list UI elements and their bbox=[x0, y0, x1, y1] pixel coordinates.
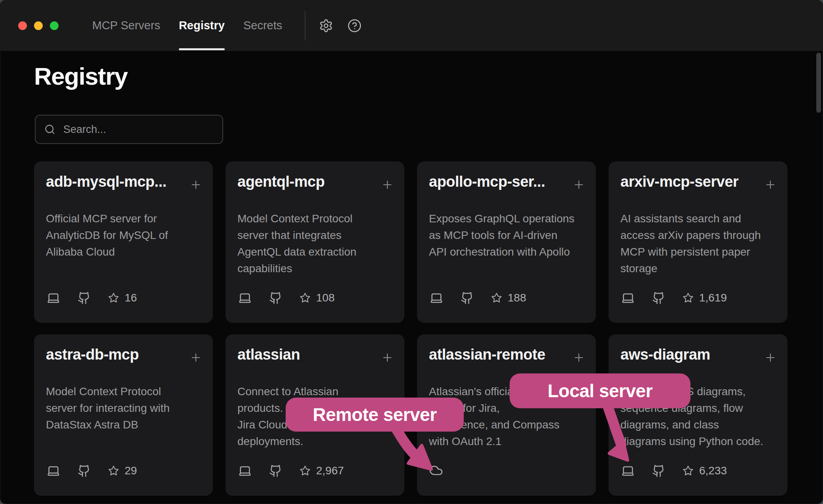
stars-count: 188 bbox=[508, 292, 526, 304]
card-footer: 1,619 bbox=[620, 291, 776, 305]
cloud-icon bbox=[429, 463, 443, 477]
stars-badge: 29 bbox=[108, 464, 137, 477]
stars-count: 1,619 bbox=[699, 292, 727, 304]
remote-server-callout: Remote server bbox=[286, 398, 464, 432]
card-footer: 108 bbox=[237, 291, 393, 305]
server-name: atlassian-remote bbox=[429, 345, 575, 364]
minimize-window-button[interactable] bbox=[34, 21, 43, 30]
laptop-icon bbox=[237, 291, 252, 305]
card-astra-db-mcp[interactable]: astra-db-mcp Model Context Protocol serv… bbox=[34, 334, 213, 496]
stars-count: 2,967 bbox=[316, 464, 344, 477]
card-footer: 29 bbox=[46, 464, 201, 477]
github-icon[interactable] bbox=[78, 292, 91, 305]
remote-server-callout-label: Remote server bbox=[313, 404, 436, 425]
github-icon[interactable] bbox=[269, 292, 282, 305]
local-server-callout: Local server bbox=[510, 373, 690, 408]
card-adb-mysql-mcp[interactable]: adb-mysql-mcp... Official MCP server for… bbox=[34, 161, 213, 323]
add-server-button[interactable] bbox=[764, 178, 777, 191]
card-footer: 188 bbox=[429, 291, 584, 305]
plus-icon bbox=[381, 351, 394, 364]
plus-icon bbox=[764, 351, 777, 364]
star-icon bbox=[683, 292, 694, 303]
github-icon[interactable] bbox=[269, 464, 282, 477]
add-server-button[interactable] bbox=[381, 178, 394, 191]
stars-badge: 1,619 bbox=[683, 292, 727, 304]
add-server-button[interactable] bbox=[572, 178, 586, 191]
server-description: Exposes GraphQL operations as MCP tools … bbox=[429, 210, 584, 260]
plus-icon bbox=[764, 178, 777, 191]
tab-registry[interactable]: Registry bbox=[179, 0, 225, 51]
add-server-button[interactable] bbox=[189, 178, 203, 191]
laptop-icon bbox=[620, 291, 635, 305]
card-footer: 6,233 bbox=[620, 464, 776, 477]
search-box[interactable] bbox=[35, 115, 223, 144]
laptop-icon bbox=[429, 291, 444, 305]
laptop-icon bbox=[46, 291, 61, 305]
add-server-button[interactable] bbox=[189, 351, 203, 364]
registry-grid: adb-mysql-mcp... Official MCP server for… bbox=[34, 161, 787, 496]
plus-icon bbox=[190, 178, 202, 191]
server-name: aws-diagram bbox=[620, 345, 767, 364]
github-icon[interactable] bbox=[78, 464, 91, 477]
search-input[interactable] bbox=[63, 123, 214, 136]
laptop-icon bbox=[620, 464, 635, 477]
server-name: astra-db-mcp bbox=[46, 345, 192, 364]
server-description: Model Context Protocol server that integ… bbox=[237, 210, 393, 277]
server-description: AI assistants search and access arXiv pa… bbox=[620, 210, 776, 277]
laptop-icon bbox=[46, 464, 61, 477]
server-name: atlassian bbox=[237, 345, 384, 364]
stars-count: 29 bbox=[125, 464, 137, 477]
stars-badge: 16 bbox=[108, 292, 137, 304]
card-agentql-mcp[interactable]: agentql-mcp Model Context Protocol serve… bbox=[226, 161, 404, 323]
server-name: apollo-mcp-ser... bbox=[429, 172, 575, 191]
stars-count: 108 bbox=[316, 292, 335, 304]
star-icon bbox=[491, 292, 502, 303]
local-server-callout-label: Local server bbox=[548, 380, 652, 402]
card-apollo-mcp-server[interactable]: apollo-mcp-ser... Exposes GraphQL operat… bbox=[417, 161, 596, 323]
star-icon bbox=[108, 465, 119, 476]
server-name: arxiv-mcp-server bbox=[620, 172, 767, 191]
vertical-scrollbar-thumb[interactable] bbox=[816, 53, 821, 113]
card-footer: 16 bbox=[46, 291, 201, 305]
tab-mcp-servers[interactable]: MCP Servers bbox=[92, 0, 160, 51]
help-button[interactable] bbox=[347, 18, 362, 34]
add-server-button[interactable] bbox=[572, 351, 586, 364]
plus-icon bbox=[573, 351, 585, 364]
star-icon bbox=[108, 292, 119, 303]
settings-button[interactable] bbox=[318, 18, 334, 34]
card-footer bbox=[429, 463, 584, 477]
zoom-window-button[interactable] bbox=[50, 21, 59, 30]
page-title: Registry bbox=[34, 63, 127, 90]
stars-count: 6,233 bbox=[699, 464, 727, 477]
github-icon[interactable] bbox=[461, 292, 474, 305]
help-circle-icon bbox=[347, 19, 362, 33]
star-icon bbox=[683, 465, 694, 476]
stars-badge: 108 bbox=[300, 292, 335, 304]
plus-icon bbox=[573, 178, 585, 191]
stars-count: 16 bbox=[125, 292, 137, 304]
titlebar-divider bbox=[305, 11, 305, 40]
stars-badge: 2,967 bbox=[300, 464, 344, 477]
server-name: agentql-mcp bbox=[237, 172, 384, 191]
github-icon[interactable] bbox=[652, 464, 665, 477]
close-window-button[interactable] bbox=[18, 21, 27, 30]
github-icon[interactable] bbox=[652, 292, 665, 305]
gear-icon bbox=[319, 19, 333, 33]
card-footer: 2,967 bbox=[237, 464, 393, 477]
star-icon bbox=[300, 465, 311, 476]
add-server-button[interactable] bbox=[764, 351, 777, 364]
titlebar: MCP Servers Registry Secrets bbox=[0, 0, 823, 51]
plus-icon bbox=[381, 178, 394, 191]
server-description: Official MCP server for AnalyticDB for M… bbox=[46, 210, 201, 260]
tab-secrets[interactable]: Secrets bbox=[243, 0, 282, 51]
traffic-lights bbox=[18, 21, 59, 30]
card-aws-diagram[interactable]: aws-diagram Generate AWS diagrams, seque… bbox=[609, 334, 787, 496]
main-nav: MCP Servers Registry Secrets bbox=[92, 0, 282, 51]
stars-badge: 6,233 bbox=[683, 464, 727, 477]
server-name: adb-mysql-mcp... bbox=[46, 172, 192, 191]
card-arxiv-mcp-server[interactable]: arxiv-mcp-server AI assistants search an… bbox=[609, 161, 787, 323]
star-icon bbox=[300, 292, 311, 303]
stars-badge: 188 bbox=[491, 292, 526, 304]
add-server-button[interactable] bbox=[381, 351, 394, 364]
laptop-icon bbox=[237, 464, 252, 477]
